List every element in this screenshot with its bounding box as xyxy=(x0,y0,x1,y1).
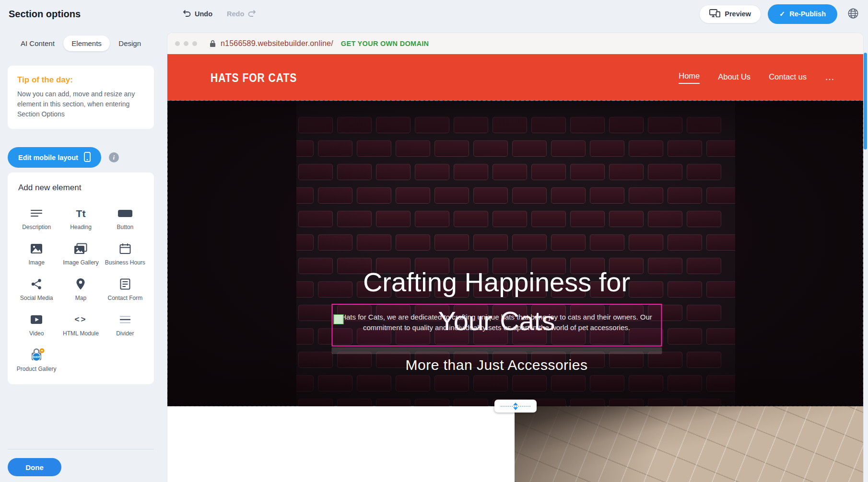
window-control-dot xyxy=(175,41,180,46)
selected-text-element[interactable]: Hats for Cats, we are dedicated to craft… xyxy=(331,304,662,346)
next-section-background xyxy=(167,406,515,482)
contact-form-icon xyxy=(120,277,130,291)
undo-button[interactable]: Undo xyxy=(182,10,212,18)
scrollbar-thumb[interactable] xyxy=(864,53,867,149)
add-element-title: Add new element xyxy=(14,183,147,193)
browser-bar: n1566589.websitebuilder.online/ GET YOUR… xyxy=(167,33,863,54)
edit-mobile-row: Edit mobile layout i xyxy=(8,147,154,168)
map-pin-icon xyxy=(76,277,85,291)
tab-elements[interactable]: Elements xyxy=(63,35,110,51)
tab-design[interactable]: Design xyxy=(110,35,149,51)
element-business-hours[interactable]: Business Hours xyxy=(103,236,147,271)
tip-body: Now you can add, move and resize any ele… xyxy=(17,89,144,119)
tab-ai-content[interactable]: AI Content xyxy=(12,35,63,51)
image-icon xyxy=(30,241,43,256)
divider-icon xyxy=(119,312,131,327)
phone-icon xyxy=(84,152,91,163)
social-media-icon xyxy=(31,277,42,291)
page-title: Section options xyxy=(9,9,81,20)
check-icon: ✓ xyxy=(779,10,785,18)
element-description[interactable]: Description xyxy=(14,200,59,236)
description-icon xyxy=(30,206,43,220)
info-icon[interactable]: i xyxy=(109,152,119,162)
lock-icon xyxy=(210,40,216,47)
html-module-icon: <> xyxy=(75,312,87,327)
element-contact-form[interactable]: Contact Form xyxy=(103,271,147,307)
add-element-card: Add new element Description Tt Heading B… xyxy=(8,172,154,384)
tip-title: Tip of the day: xyxy=(17,75,144,85)
element-html-module[interactable]: <> HTML Module xyxy=(59,307,103,342)
section-resize-handle[interactable] xyxy=(494,400,537,413)
element-image[interactable]: Image xyxy=(14,236,59,271)
app: Section options Undo Redo Preview xyxy=(0,0,868,482)
browser-preview: n1566589.websitebuilder.online/ GET YOUR… xyxy=(167,33,863,482)
globe-icon xyxy=(847,7,859,21)
next-section xyxy=(167,406,863,482)
nav-more[interactable]: … xyxy=(825,71,835,83)
undo-icon xyxy=(182,10,191,18)
hero-content: Crafting Happiness for Your Cats More th… xyxy=(167,101,845,406)
business-hours-icon xyxy=(119,241,131,256)
site-nav: Home About Us Contact us … xyxy=(679,71,835,84)
republish-label: Re-Publish xyxy=(789,10,826,18)
tip-of-the-day-card: Tip of the day: Now you can add, move an… xyxy=(8,66,154,129)
nav-home[interactable]: Home xyxy=(679,71,700,84)
edit-mobile-label: Edit mobile layout xyxy=(18,154,78,161)
hero-paragraph[interactable]: Hats for Cats, we are dedicated to craft… xyxy=(332,305,661,333)
topbar: Section options Undo Redo Preview xyxy=(0,0,868,28)
redo-icon xyxy=(248,10,257,18)
element-social-media[interactable]: Social Media xyxy=(14,271,59,307)
pavement-photo xyxy=(515,406,863,482)
nav-about-us[interactable]: About Us xyxy=(718,72,751,82)
window-control-dot xyxy=(184,41,188,46)
undo-label: Undo xyxy=(195,10,212,18)
resize-dotted-line xyxy=(501,406,530,407)
button-icon xyxy=(118,206,132,220)
redo-button[interactable]: Redo xyxy=(227,10,257,18)
nav-contact-us[interactable]: Contact us xyxy=(769,72,807,82)
element-image-gallery[interactable]: Image Gallery xyxy=(59,236,103,271)
done-button[interactable]: Done xyxy=(8,458,61,476)
site-logo: HATS FOR CATS xyxy=(211,70,297,85)
site-url: n1566589.websitebuilder.online/ xyxy=(221,39,333,48)
video-icon xyxy=(30,312,43,327)
element-map[interactable]: Map xyxy=(59,271,103,307)
drop-indicator-strip xyxy=(331,347,662,354)
element-video[interactable]: Video xyxy=(14,307,59,342)
hero-subheading[interactable]: More than Just Accessories xyxy=(167,357,845,373)
image-gallery-icon xyxy=(74,241,87,256)
preview-button[interactable]: Preview xyxy=(699,5,761,23)
edit-mobile-layout-button[interactable]: Edit mobile layout xyxy=(8,147,101,168)
resize-down-arrow-icon xyxy=(513,407,518,410)
shop-ribbon-label: SHOP xyxy=(33,356,40,358)
sidebar-tabs: AI Content Elements Design xyxy=(8,35,154,51)
redo-label: Redo xyxy=(227,10,244,18)
site-canvas: HATS FOR CATS Home About Us Contact us …… xyxy=(167,54,863,482)
undo-redo-group: Undo Redo xyxy=(182,0,257,28)
element-grid: Description Tt Heading Button Image xyxy=(14,200,147,378)
site-header[interactable]: HATS FOR CATS Home About Us Contact us … xyxy=(167,54,863,101)
preview-devices-icon xyxy=(709,9,720,19)
preview-label: Preview xyxy=(725,10,751,18)
element-button[interactable]: Button xyxy=(103,200,147,236)
language-globe-button[interactable] xyxy=(844,5,862,23)
selection-handle[interactable] xyxy=(333,314,343,324)
get-your-own-domain-link[interactable]: GET YOUR OWN DOMAIN xyxy=(341,40,429,47)
product-gallery-icon: SHOP xyxy=(29,348,45,362)
element-product-gallery[interactable]: SHOP Product Gallery xyxy=(14,342,59,378)
element-divider[interactable]: Divider xyxy=(103,307,147,342)
republish-button[interactable]: ✓ Re-Publish xyxy=(768,4,837,24)
hero-section[interactable]: Crafting Happiness for Your Cats More th… xyxy=(167,101,863,406)
window-control-dot xyxy=(192,41,197,46)
heading-icon: Tt xyxy=(76,206,86,220)
sidebar-divider xyxy=(8,449,154,449)
resize-up-arrow-icon xyxy=(513,402,518,405)
sidebar: AI Content Elements Design Tip of the da… xyxy=(0,28,162,482)
element-heading[interactable]: Tt Heading xyxy=(59,200,103,236)
topbar-actions: Preview ✓ Re-Publish xyxy=(699,0,862,28)
